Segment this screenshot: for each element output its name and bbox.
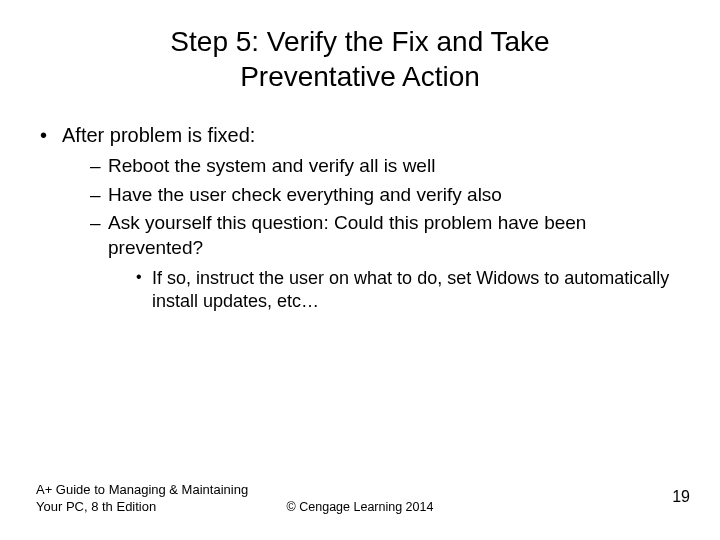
bullet-sub-2-text: Have the user check everything and verif… — [108, 184, 502, 205]
bullet-sub-1-text: Reboot the system and verify all is well — [108, 155, 435, 176]
bullet-subsub-1: If so, instruct the user on what to do, … — [136, 267, 680, 314]
slide-body: After problem is fixed: Reboot the syste… — [0, 104, 720, 314]
footer-page-number: 19 — [672, 488, 690, 506]
bullet-subsub-1-text: If so, instruct the user on what to do, … — [152, 268, 669, 311]
bullet-main-text: After problem is fixed: — [62, 124, 255, 146]
bullet-list-level2: Reboot the system and verify all is well… — [62, 154, 680, 314]
footer-book-title-2: Your PC, 8 th Edition — [36, 499, 156, 514]
title-line-1: Step 5: Verify the Fix and Take — [170, 26, 549, 57]
bullet-sub-1: Reboot the system and verify all is well — [90, 154, 680, 179]
title-line-2: Preventative Action — [240, 61, 480, 92]
bullet-sub-3-text: Ask yourself this question: Could this p… — [108, 212, 586, 258]
footer-copyright: © Cengage Learning 2014 — [287, 500, 434, 514]
slide: Step 5: Verify the Fix and Take Preventa… — [0, 0, 720, 540]
bullet-list-level3: If so, instruct the user on what to do, … — [108, 267, 680, 314]
bullet-sub-2: Have the user check everything and verif… — [90, 183, 680, 208]
bullet-sub-3: Ask yourself this question: Could this p… — [90, 211, 680, 313]
footer-book-title-1: A+ Guide to Managing & Maintaining — [36, 482, 248, 497]
slide-title: Step 5: Verify the Fix and Take Preventa… — [0, 0, 720, 104]
footer-left: A+ Guide to Managing & Maintaining Your … — [36, 482, 248, 516]
bullet-list-level1: After problem is fixed: Reboot the syste… — [40, 122, 680, 314]
bullet-main: After problem is fixed: Reboot the syste… — [40, 122, 680, 314]
